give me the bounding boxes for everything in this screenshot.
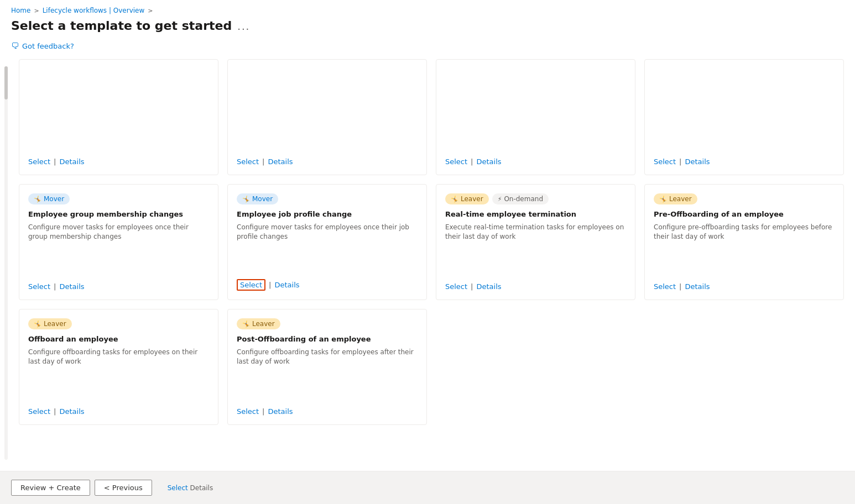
card-10-details[interactable]: Details <box>268 407 293 416</box>
card-1-select[interactable]: Select <box>28 158 50 166</box>
template-card-pre-offboard: 🤸 Leaver Pre-Offboarding of an employee … <box>644 184 844 300</box>
card-4-select[interactable]: Select <box>654 158 676 166</box>
card-6-tags: 🤸 Mover <box>237 193 418 204</box>
card-3-actions: Select | Details <box>445 152 626 166</box>
tag-mover-5: 🤸 Mover <box>28 193 70 204</box>
tag-leaver-7: 🤸 Leaver <box>445 193 489 204</box>
ondemand-icon-7: ⚡ <box>498 196 502 203</box>
card-8-desc: Configure pre-offboarding tasks for empl… <box>654 223 835 268</box>
template-card-1: Select | Details <box>19 59 218 175</box>
card-1-desc <box>28 78 209 143</box>
card-4-details[interactable]: Details <box>685 158 710 166</box>
card-10-desc: Configure offboarding tasks for employee… <box>237 348 418 393</box>
card-2-select[interactable]: Select <box>237 158 259 166</box>
page-title: Select a template to get started <box>11 19 232 33</box>
card-9-actions: Select | Details <box>28 402 209 416</box>
cards-row-1: Select | Details Select | Details <box>19 59 844 175</box>
tag-ondemand-7: ⚡ On-demand <box>492 193 549 204</box>
template-card-realtime-termination: 🤸 Leaver ⚡ On-demand Real-time employee … <box>436 184 635 300</box>
card-8-details[interactable]: Details <box>685 282 710 291</box>
card-3-select[interactable]: Select <box>445 158 467 166</box>
card-5-tags: 🤸 Mover <box>28 193 209 204</box>
leaver-icon-7: 🤸 <box>451 196 458 203</box>
card-8-tags: 🤸 Leaver <box>654 193 835 204</box>
card-1-details[interactable]: Details <box>60 158 85 166</box>
card-2-desc <box>237 78 418 143</box>
card-6-title: Employee job profile change <box>237 210 418 218</box>
tag-leaver-10: 🤸 Leaver <box>237 318 280 329</box>
step-label: Select Details <box>168 484 213 492</box>
card-8-actions: Select | Details <box>654 277 835 291</box>
tag-leaver-8: 🤸 Leaver <box>654 193 697 204</box>
template-card-post-offboard: 🤸 Leaver Post-Offboarding of an employee… <box>227 309 427 425</box>
breadcrumb: Home > Lifecycle workflows | Overview > <box>0 0 855 17</box>
template-card-4: Select | Details <box>644 59 844 175</box>
mover-icon-5: 🤸 <box>34 196 41 203</box>
card-5-desc: Configure mover tasks for employees once… <box>28 223 209 268</box>
template-card-3: Select | Details <box>436 59 635 175</box>
cards-row-3: 🤸 Leaver Offboard an employee Configure … <box>19 309 844 425</box>
mover-icon-6: 🤸 <box>242 196 250 203</box>
breadcrumb-sep-1: > <box>34 7 39 14</box>
feedback-icon: 🗨 <box>11 41 19 50</box>
card-8-select[interactable]: Select <box>654 282 676 291</box>
breadcrumb-home[interactable]: Home <box>11 7 30 14</box>
card-7-title: Real-time employee termination <box>445 210 626 218</box>
cards-container: Select | Details Select | Details <box>8 59 855 425</box>
card-10-select[interactable]: Select <box>237 407 259 416</box>
card-9-title: Offboard an employee <box>28 335 209 343</box>
card-4-actions: Select | Details <box>654 152 835 166</box>
leaver-icon-10: 🤸 <box>242 321 250 328</box>
card-6-details[interactable]: Details <box>275 281 300 289</box>
card-10-title: Post-Offboarding of an employee <box>237 335 418 343</box>
feedback-label: Got feedback? <box>22 42 74 50</box>
feedback-row[interactable]: 🗨 Got feedback? <box>0 39 855 59</box>
card-4-desc <box>654 78 835 143</box>
breadcrumb-lifecycle[interactable]: Lifecycle workflows | Overview <box>43 7 145 14</box>
tag-leaver-9: 🤸 Leaver <box>28 318 72 329</box>
card-1-actions: Select | Details <box>28 152 209 166</box>
card-6-actions: Select | Details <box>237 274 418 291</box>
card-10-actions: Select | Details <box>237 402 418 416</box>
card-7-actions: Select | Details <box>445 277 626 291</box>
card-10-tags: 🤸 Leaver <box>237 318 418 329</box>
template-card-employee-group: 🤸 Mover Employee group membership change… <box>19 184 218 300</box>
card-9-details[interactable]: Details <box>60 407 85 416</box>
leaver-icon-8: 🤸 <box>659 196 667 203</box>
card-5-actions: Select | Details <box>28 277 209 291</box>
previous-button[interactable]: < Previous <box>95 480 152 496</box>
leaver-icon-9: 🤸 <box>34 321 41 328</box>
template-card-offboard: 🤸 Leaver Offboard an employee Configure … <box>19 309 218 425</box>
more-options-button[interactable]: ... <box>237 20 250 32</box>
card-6-select[interactable]: Select <box>237 279 265 291</box>
step-label-select: Select <box>168 484 188 492</box>
tag-mover-6: 🤸 Mover <box>237 193 278 204</box>
empty-placeholder-1 <box>436 309 635 425</box>
page-title-row: Select a template to get started ... <box>0 17 855 39</box>
empty-placeholder-2 <box>644 309 844 425</box>
card-3-desc <box>445 78 626 143</box>
card-9-desc: Configure offboarding tasks for employee… <box>28 348 209 393</box>
card-7-desc: Execute real-time termination tasks for … <box>445 223 626 268</box>
card-7-tags: 🤸 Leaver ⚡ On-demand <box>445 193 626 204</box>
review-create-button[interactable]: Review + Create <box>11 480 90 496</box>
card-8-title: Pre-Offboarding of an employee <box>654 210 835 218</box>
card-5-select[interactable]: Select <box>28 282 50 291</box>
template-card-2: Select | Details <box>227 59 427 175</box>
card-3-details[interactable]: Details <box>477 158 502 166</box>
card-7-select[interactable]: Select <box>445 282 467 291</box>
card-2-details[interactable]: Details <box>268 158 293 166</box>
card-9-tags: 🤸 Leaver <box>28 318 209 329</box>
breadcrumb-sep-2: > <box>148 7 153 14</box>
card-6-desc: Configure mover tasks for employees once… <box>237 223 418 265</box>
cards-row-2: 🤸 Mover Employee group membership change… <box>19 184 844 300</box>
bottom-bar: Review + Create < Previous Select Detail… <box>0 471 855 504</box>
template-card-job-profile: 🤸 Mover Employee job profile change Conf… <box>227 184 427 300</box>
card-2-actions: Select | Details <box>237 152 418 166</box>
card-5-details[interactable]: Details <box>60 282 85 291</box>
scroll-track[interactable] <box>4 66 8 460</box>
scroll-thumb <box>4 66 8 99</box>
card-9-select[interactable]: Select <box>28 407 50 416</box>
card-5-title: Employee group membership changes <box>28 210 209 218</box>
card-7-details[interactable]: Details <box>477 282 502 291</box>
